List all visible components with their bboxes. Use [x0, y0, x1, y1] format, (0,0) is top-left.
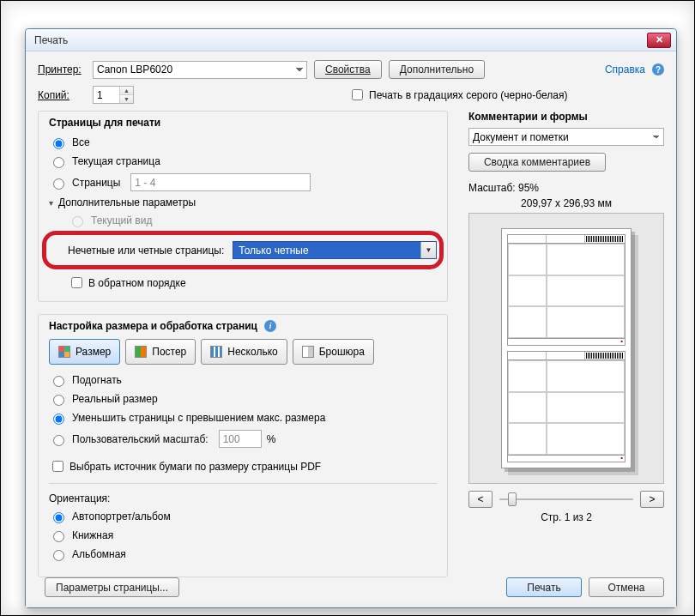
odd-even-select[interactable]: Только четные ▼ [233, 241, 437, 259]
actual-size-radio[interactable]: Реальный размер [49, 392, 437, 406]
page-setup-button[interactable]: Параметры страницы... [45, 577, 179, 597]
window-title: Печать [34, 34, 647, 46]
pages-to-print-group: Страницы для печати Все Текущая страница… [38, 111, 448, 302]
fit-radio[interactable]: Подогнать [49, 373, 437, 387]
copies-input[interactable] [94, 87, 119, 103]
help-link[interactable]: Справка [605, 63, 645, 75]
info-icon[interactable]: i [264, 320, 276, 332]
scale-label: Масштаб: 95% [468, 182, 664, 194]
print-preview: ■ ■ [468, 213, 664, 484]
booklet-icon [302, 346, 314, 358]
chevron-down-icon: ▼ [420, 242, 436, 258]
spinner-down-icon[interactable]: ▼ [120, 95, 133, 103]
printer-select[interactable]: Canon LBP6020 [93, 61, 307, 79]
pages-current-radio[interactable]: Текущая страница [49, 154, 437, 168]
page-indicator: Стр. 1 из 2 [468, 511, 664, 523]
comments-summary-button[interactable]: Сводка комментариев [468, 153, 606, 172]
close-button[interactable]: ✕ [647, 33, 671, 48]
reverse-order-checkbox[interactable]: В обратном порядке [68, 275, 186, 291]
copies-label: Копий: [38, 89, 86, 101]
preview-dimensions: 209,97 x 296,93 мм [468, 197, 664, 209]
help-icon[interactable]: ? [652, 63, 664, 75]
preview-slider[interactable] [498, 491, 635, 508]
orientation-auto-radio[interactable]: Автопортрет/альбом [49, 510, 437, 523]
poster-icon [135, 346, 147, 358]
preview-next-button[interactable]: > [640, 491, 664, 508]
current-view-radio[interactable]: Текущий вид [68, 214, 437, 227]
orientation-landscape-radio[interactable]: Альбомная [49, 547, 437, 561]
orientation-portrait-radio[interactable]: Книжная [49, 528, 437, 542]
grayscale-checkbox[interactable]: Печать в градациях серого (черно-белая) [348, 87, 567, 103]
pages-range-input[interactable] [130, 173, 311, 191]
mode-multiple-button[interactable]: Несколько [201, 339, 287, 365]
pages-range-radio[interactable]: Страницы [49, 176, 120, 190]
multiple-icon [210, 346, 222, 358]
comments-group-title: Комментарии и формы [468, 111, 664, 123]
orientation-title: Ориентация: [49, 492, 437, 504]
pages-all-radio[interactable]: Все [49, 136, 437, 149]
sizing-group: Настройка размера и обработка страниц i … [38, 314, 448, 577]
properties-button[interactable]: Свойства [314, 60, 382, 79]
pages-group-title: Страницы для печати [49, 117, 437, 129]
comments-select[interactable]: Документ и пометки [468, 128, 664, 146]
size-icon [58, 346, 70, 358]
mode-size-button[interactable]: Размер [49, 339, 120, 365]
custom-scale-radio[interactable]: Пользовательский масштаб: [49, 432, 208, 446]
spinner-up-icon[interactable]: ▲ [120, 87, 133, 95]
copies-spinner[interactable]: ▲▼ [93, 86, 134, 104]
shrink-radio[interactable]: Уменьшить страницы с превышением макс. р… [49, 411, 437, 425]
print-button[interactable]: Печать [506, 577, 582, 597]
sizing-group-title: Настройка размера и обработка страниц [49, 320, 257, 332]
printer-label: Принтер: [38, 63, 86, 75]
mode-poster-button[interactable]: Постер [125, 339, 196, 365]
titlebar: Печать ✕ [26, 29, 676, 51]
advanced-button[interactable]: Дополнительно [389, 60, 485, 79]
mode-booklet-button[interactable]: Брошюра [293, 339, 374, 365]
preview-prev-button[interactable]: < [468, 491, 493, 508]
cancel-button[interactable]: Отмена [589, 577, 664, 597]
more-options-toggle[interactable]: Дополнительные параметры [49, 196, 437, 208]
paper-source-checkbox[interactable]: Выбрать источник бумаги по размеру стран… [49, 458, 321, 474]
odd-even-label: Нечетные или четные страницы: [68, 245, 224, 257]
custom-scale-input[interactable] [219, 430, 262, 448]
